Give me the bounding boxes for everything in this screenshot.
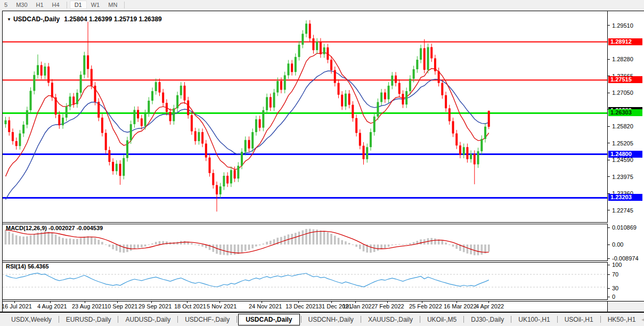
symbol-tab-usdchf[interactable]: USDCHF-,Daily <box>179 314 235 325</box>
price-tick-mark <box>608 143 610 143</box>
symbol-tab-usdcad[interactable]: USDCAD-,Daily <box>238 314 299 325</box>
tab-separator <box>420 316 420 323</box>
tab-separator <box>59 316 59 323</box>
date-label: 16 Mar 2022 <box>444 303 477 309</box>
symbol-tab-hk50[interactable]: HK50-,H1 <box>602 314 642 325</box>
price-tick-label: 1.25205 <box>612 140 633 146</box>
date-label: 18 Oct 2021 <box>174 303 206 309</box>
date-label: 16 Jul 2021 <box>2 303 32 309</box>
rsi-scale-label: 70 <box>612 271 618 278</box>
rsi-tick-mark <box>608 274 610 275</box>
tab-separator <box>177 316 178 323</box>
price-tick-label: 1.23975 <box>612 174 633 180</box>
symbol-tab-usdcnh[interactable]: USDCNH-,Daily <box>303 314 360 325</box>
tab-separator <box>557 316 558 323</box>
timeframe-toolbar: 5M30H1H4D1W1MN <box>0 0 644 10</box>
price-tick-label: 1.22745 <box>612 207 633 214</box>
date-label: 4 Aug 2021 <box>37 303 67 309</box>
date-label: 19 Jan 2022 <box>343 303 375 309</box>
price-tick-mark <box>608 59 610 60</box>
timeframe-button-m30[interactable]: M30 <box>12 1 31 9</box>
toolbar-separator <box>67 2 67 9</box>
timeframe-button-mn[interactable]: MN <box>104 1 121 9</box>
timeframe-button-h4[interactable]: H4 <box>48 1 64 9</box>
macd-label: MACD(12,26,9) -0.002027 -0.004539 <box>6 225 103 231</box>
date-label: 23 Aug 2021 <box>72 303 105 309</box>
symbol-tabbar: USDX,WeeklyEURUSD-,DailyAUDUSD-,DailyUSD… <box>0 313 644 326</box>
rsi-tick-mark <box>608 265 610 265</box>
price-tick-mark <box>608 160 610 160</box>
tab-separator <box>600 316 601 323</box>
price-tick-label: 1.24590 <box>612 157 633 163</box>
tab-scroll-arrows: ◂▸ <box>641 316 644 322</box>
macd-scale-label: -0.008974 <box>612 255 639 262</box>
date-axis[interactable]: 16 Jul 20214 Aug 202123 Aug 202110 Sep 2… <box>3 301 607 312</box>
price-tick-label: 1.25820 <box>612 123 633 129</box>
rsi-scale-label: 0 <box>612 294 615 300</box>
price-axis[interactable]: 1.295101.282801.276651.270501.264351.258… <box>608 11 644 301</box>
hline-price-badge: 1.28912 <box>608 38 642 45</box>
hline-price-badge: 1.24800 <box>608 151 642 158</box>
symbol-tab-dj30[interactable]: DJ30-,Daily <box>465 314 510 325</box>
symbol-tab-xauusd[interactable]: XAUUSD-,Daily <box>362 314 419 325</box>
symbol-dropdown-icon[interactable]: ▼ <box>7 17 11 22</box>
price-tick-mark <box>608 210 610 210</box>
rsi-tick-mark <box>608 297 610 297</box>
price-tick-mark <box>608 126 610 127</box>
price-tick-mark <box>608 176 610 177</box>
tab-separator <box>463 316 464 323</box>
chart-ohlc-values: 1.25804 1.26399 1.25719 1.26389 <box>64 15 162 23</box>
date-label: 10 Sep 2021 <box>104 303 137 309</box>
hline-price-badge: 1.26303 <box>608 109 642 116</box>
macd-tick-mark <box>608 244 610 245</box>
rsi-scale-label: 100 <box>612 262 622 268</box>
symbol-tab-usoil[interactable]: USOil-,H1 <box>559 314 599 325</box>
tab-separator <box>511 316 511 323</box>
date-label: 4 Apr 2022 <box>476 303 504 309</box>
date-label: 5 Nov 2021 <box>207 303 237 309</box>
macd-scale-label: 0.00 <box>612 241 623 248</box>
tab-separator <box>237 316 237 323</box>
tab-separator <box>361 316 361 323</box>
price-tick-mark <box>608 25 610 26</box>
date-label: 25 Feb 2022 <box>409 303 442 309</box>
macd-scale-label: 0.010869 <box>612 224 637 231</box>
rsi-label: RSI(14) 56.4365 <box>6 263 49 270</box>
tab-scroll-left-icon[interactable]: ◂ <box>641 316 644 322</box>
timeframe-button-h1[interactable]: H1 <box>32 1 48 9</box>
date-label: 29 Sep 2021 <box>138 303 172 309</box>
tab-separator <box>118 316 118 323</box>
rsi-panel[interactable] <box>3 263 607 299</box>
toolbar-separator <box>124 2 125 9</box>
timeframe-button-5[interactable]: 5 <box>0 1 12 9</box>
chart-title: ▼USDCAD-,Daily1.25804 1.26399 1.25719 1.… <box>7 15 162 23</box>
date-label: 24 Nov 2021 <box>249 303 282 309</box>
rsi-scale-label: 30 <box>612 285 618 291</box>
symbol-tab-ukoil[interactable]: UKOil-,M5 <box>421 314 462 325</box>
symbol-tab-uk100[interactable]: UK100-,H1 <box>512 314 556 325</box>
timeframe-button-d1[interactable]: D1 <box>70 1 87 9</box>
date-label: 7 Feb 2022 <box>374 303 404 309</box>
date-label: 13 Dec 2021 <box>286 303 319 309</box>
price-tick-label: 1.27050 <box>612 89 633 96</box>
macd-tick-mark <box>608 227 610 228</box>
symbol-tab-eurusd[interactable]: EURUSD-,Daily <box>60 314 117 325</box>
main-chart-panel[interactable] <box>3 11 607 222</box>
price-tick-label: 1.28280 <box>612 56 633 62</box>
timeframe-button-w1[interactable]: W1 <box>87 1 104 9</box>
rsi-tick-mark <box>608 288 610 289</box>
symbol-tab-usdx[interactable]: USDX,Weekly <box>5 314 58 325</box>
hline-price-badge: 1.27515 <box>608 76 642 83</box>
price-tick-mark <box>608 93 610 93</box>
price-tick-label: 1.29510 <box>612 22 633 29</box>
hline-price-badge: 1.23203 <box>608 194 642 201</box>
macd-tick-mark <box>608 258 610 259</box>
chart-symbol: USDCAD-,Daily <box>13 15 60 23</box>
symbol-tab-audusd[interactable]: AUDUSD-,Daily <box>119 314 176 325</box>
price-chart-canvas[interactable] <box>3 11 607 222</box>
tab-separator <box>301 316 301 323</box>
rsi-canvas[interactable] <box>3 263 607 299</box>
